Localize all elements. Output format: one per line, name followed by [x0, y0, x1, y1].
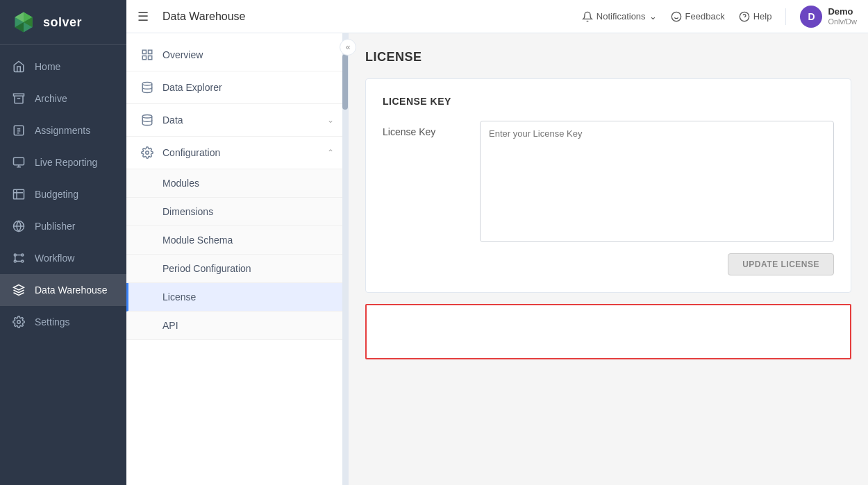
secondary-nav-item-overview[interactable]: Overview — [126, 39, 348, 71]
secondary-nav-label-data: Data — [162, 114, 319, 126]
sidebar-item-label-live-reporting: Live Reporting — [35, 157, 97, 168]
secondary-nav-item-configuration[interactable]: Configuration ⌃ — [126, 137, 348, 169]
sidebar-scrollbar-thumb — [342, 54, 348, 110]
svg-point-37 — [142, 115, 152, 119]
sidebar-item-label-budgeting: Budgeting — [35, 189, 78, 200]
sidebar: solver Home Archive Assignments — [0, 0, 126, 485]
user-info: Demo Onlv/Dw — [828, 6, 857, 26]
notifications-label: Notifications — [596, 11, 646, 22]
workflow-icon — [11, 250, 26, 266]
settings-icon — [11, 314, 26, 330]
config-subnav-module-schema[interactable]: Module Schema — [126, 226, 348, 255]
module-schema-label: Module Schema — [162, 235, 233, 246]
svg-rect-14 — [14, 189, 24, 199]
user-role: Onlv/Dw — [828, 17, 857, 26]
home-icon — [11, 59, 26, 74]
data-warehouse-icon — [11, 282, 26, 298]
sidebar-logo: solver — [0, 0, 126, 45]
sidebar-item-label-settings: Settings — [35, 316, 70, 327]
configuration-icon — [140, 146, 154, 160]
svg-rect-11 — [14, 158, 24, 165]
svg-rect-34 — [149, 56, 152, 60]
secondary-nav-item-data-explorer[interactable]: Data Explorer — [126, 71, 348, 104]
config-subnav-license[interactable]: License — [126, 283, 348, 312]
sidebar-item-data-warehouse[interactable]: Data Warehouse — [0, 274, 126, 306]
topbar: ☰ Data Warehouse Notifications ⌄ Feedbac… — [126, 0, 868, 33]
sidebar-item-label-assignments: Assignments — [35, 125, 90, 136]
svg-point-22 — [22, 260, 24, 262]
config-subnav-period-configuration[interactable]: Period Configuration — [126, 255, 348, 283]
license-key-label: License Key — [383, 121, 466, 137]
sidebar-item-workflow[interactable]: Workflow — [0, 242, 126, 274]
svg-point-26 — [17, 321, 21, 324]
sidebar-item-label-workflow: Workflow — [35, 253, 74, 264]
config-subnav-modules[interactable]: Modules — [126, 169, 348, 198]
sidebar-item-budgeting[interactable]: Budgeting — [0, 178, 126, 210]
sidebar-item-label-data-warehouse: Data Warehouse — [35, 284, 108, 296]
notifications-button[interactable]: Notifications ⌄ — [582, 11, 657, 22]
license-key-card: LICENSE KEY License Key UPDATE LICENSE — [365, 78, 851, 293]
user-menu-button[interactable]: D Demo Onlv/Dw — [800, 6, 857, 28]
secondary-nav-label-overview: Overview — [162, 49, 334, 60]
hamburger-icon[interactable]: ☰ — [137, 9, 149, 24]
app-logo-text: solver — [43, 15, 82, 30]
update-license-button[interactable]: UPDATE LICENSE — [728, 253, 834, 275]
main-content: LICENSE LICENSE KEY License Key UPDATE L… — [349, 33, 868, 485]
bell-icon — [582, 11, 593, 22]
feedback-button[interactable]: Feedback — [671, 11, 725, 22]
notifications-chevron: ⌄ — [649, 11, 657, 22]
secondary-nav-item-data[interactable]: Data ⌄ — [126, 104, 348, 137]
svg-point-19 — [14, 254, 16, 256]
main-area: ☰ Data Warehouse Notifications ⌄ Feedbac… — [126, 0, 868, 485]
user-avatar: D — [800, 6, 822, 28]
license-key-row: License Key — [383, 121, 834, 242]
sidebar-item-archive[interactable]: Archive — [0, 83, 126, 114]
help-label: Help — [753, 11, 772, 22]
svg-point-36 — [142, 83, 152, 86]
help-button[interactable]: Help — [739, 11, 772, 22]
sidebar-item-settings[interactable]: Settings — [0, 306, 126, 338]
config-subnav: Modules Dimensions Module Schema Period … — [126, 169, 348, 340]
sidebar-item-live-reporting[interactable]: Live Reporting — [0, 146, 126, 178]
period-configuration-label: Period Configuration — [162, 263, 251, 274]
user-name: Demo — [828, 6, 857, 17]
license-label: License — [162, 291, 196, 303]
svg-rect-5 — [14, 94, 24, 96]
assignments-icon — [11, 123, 26, 138]
sidebar-item-label-archive: Archive — [35, 93, 67, 104]
dimensions-label: Dimensions — [162, 206, 213, 217]
secondary-sidebar: « Overview Data Expl — [126, 33, 349, 485]
topbar-title: Data Warehouse — [162, 10, 245, 23]
svg-point-20 — [22, 254, 24, 256]
sidebar-item-home[interactable]: Home — [0, 51, 126, 83]
sidebar-collapse-button[interactable]: « — [340, 39, 356, 56]
data-explorer-icon — [140, 80, 154, 94]
svg-rect-35 — [142, 56, 146, 60]
license-key-textarea[interactable] — [480, 121, 834, 242]
content-row: « Overview Data Expl — [126, 33, 868, 485]
sidebar-scrollbar[interactable] — [342, 33, 348, 485]
configuration-chevron-up-icon: ⌃ — [327, 148, 334, 158]
live-reporting-icon — [11, 155, 26, 170]
sidebar-nav: Home Archive Assignments Live Reporting — [0, 45, 126, 485]
budgeting-icon — [11, 187, 26, 202]
topbar-right: Notifications ⌄ Feedback Help D Demo — [582, 6, 857, 28]
svg-point-27 — [671, 12, 681, 21]
sidebar-item-publisher[interactable]: Publisher — [0, 210, 126, 242]
secondary-nav-label-configuration: Configuration — [162, 147, 319, 158]
overview-icon — [140, 48, 154, 62]
help-icon — [739, 11, 750, 22]
secondary-nav: Overview Data Explorer Data ⌄ — [126, 33, 348, 485]
archive-icon — [11, 91, 26, 106]
sidebar-item-assignments[interactable]: Assignments — [0, 114, 126, 146]
svg-point-21 — [14, 260, 16, 262]
modules-label: Modules — [162, 178, 199, 189]
publisher-icon — [11, 219, 26, 234]
secondary-nav-label-data-explorer: Data Explorer — [162, 82, 334, 93]
page-title: LICENSE — [365, 50, 851, 65]
red-outlined-section — [365, 304, 851, 359]
svg-point-38 — [146, 151, 149, 155]
config-subnav-dimensions[interactable]: Dimensions — [126, 198, 348, 226]
topbar-divider — [785, 8, 786, 25]
config-subnav-api[interactable]: API — [126, 312, 348, 340]
